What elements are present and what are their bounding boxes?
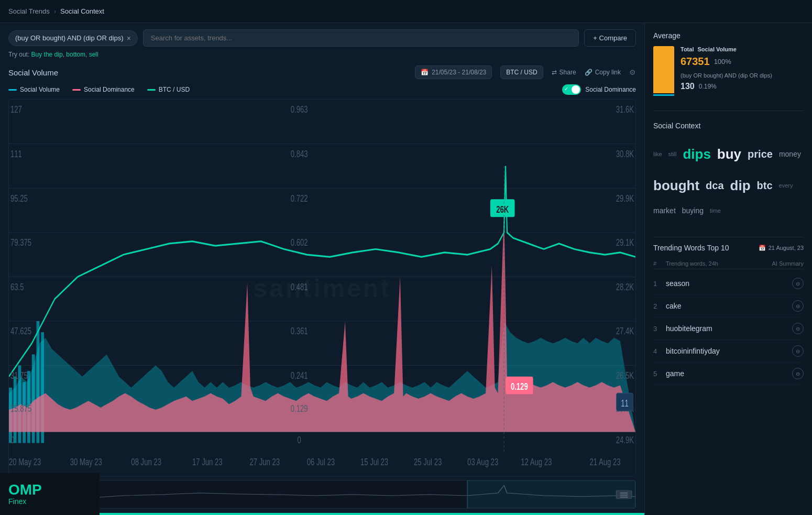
total-label: Total Social Volume (681, 46, 804, 52)
trending-header: Trending Words Top 10 📅 21 August, 23 (653, 244, 804, 252)
word-dca: dca (706, 175, 723, 196)
main-layout: (buy OR bought) AND (dip OR dips) × + Co… (0, 23, 812, 515)
svg-text:15.875: 15.875 (10, 403, 31, 414)
brand-finex: Finex (8, 497, 42, 506)
row-word: cake (666, 302, 762, 310)
svg-text:25 Jul 23: 25 Jul 23 (414, 456, 442, 467)
svg-text:06 Jul 23: 06 Jul 23 (307, 456, 335, 467)
total-value: 67351 (681, 56, 710, 68)
svg-text:11: 11 (621, 397, 629, 408)
mini-overview-chart (8, 480, 636, 509)
col-ai: AI Summary (762, 260, 804, 267)
settings-icon[interactable]: ⚙ (629, 68, 636, 76)
svg-rect-60 (467, 480, 635, 508)
ai-summary-icon[interactable]: ⊖ (762, 278, 804, 289)
row-num: 5 (653, 370, 666, 378)
summary-circle-icon[interactable]: ⊖ (792, 368, 804, 379)
ai-summary-icon[interactable]: ⊖ (762, 345, 804, 357)
brand-footer: OMP Finex (0, 473, 100, 515)
trending-row[interactable]: 2 cake ⊖ (653, 295, 804, 317)
svg-text:0.843: 0.843 (291, 148, 308, 159)
chart-header: Social Volume 📅 21/05/23 - 21/08/23 BTC … (8, 65, 636, 79)
legend-color-social-dominance (72, 89, 81, 91)
content-area: (buy OR bought) AND (dip OR dips) × + Co… (0, 23, 644, 515)
word-money: money (779, 147, 801, 161)
social-dominance-toggle[interactable]: ✓ (562, 84, 581, 95)
try-out-link-2[interactable]: bottom (66, 51, 85, 58)
svg-text:0.129: 0.129 (291, 403, 308, 414)
row-num: 4 (653, 347, 666, 355)
total-stat-row: 67351 100% (681, 56, 804, 68)
row-word: game (666, 369, 762, 378)
svg-text:127: 127 (10, 104, 22, 115)
average-stats: Total Social Volume 67351 100% (buy OR b… (681, 46, 804, 91)
right-sidebar: Average Total Social Volume 67351 100% (… (644, 23, 812, 515)
toggle-check-icon: ✓ (564, 86, 568, 92)
ai-summary-icon[interactable]: ⊖ (762, 300, 804, 312)
svg-text:15 Jul 23: 15 Jul 23 (360, 456, 388, 467)
svg-text:95.25: 95.25 (10, 192, 28, 203)
legend-color-btc-usd (147, 89, 156, 91)
search-input[interactable] (143, 29, 579, 47)
total-pct: 100% (714, 58, 731, 65)
trending-row[interactable]: 1 season ⊖ (653, 272, 804, 295)
svg-text:0.602: 0.602 (291, 237, 308, 248)
search-bar: (buy OR bought) AND (dip OR dips) × + Co… (8, 29, 636, 47)
try-out-link-1[interactable]: Buy the dip (31, 51, 63, 58)
breadcrumb-parent[interactable]: Social Trends (8, 7, 50, 15)
svg-text:63.5: 63.5 (10, 281, 24, 292)
summary-circle-icon[interactable]: ⊖ (792, 323, 804, 334)
divider-1 (653, 111, 804, 111)
svg-text:29.9K: 29.9K (616, 192, 634, 203)
word-like: like (653, 148, 662, 160)
ai-summary-icon[interactable]: ⊖ (762, 323, 804, 334)
calendar-icon-trending: 📅 (759, 245, 766, 251)
trending-row[interactable]: 4 bitcoininfintiyday ⊖ (653, 340, 804, 363)
svg-text:17 Jun 23: 17 Jun 23 (192, 456, 223, 467)
brand-omp: OMP (8, 483, 42, 497)
svg-text:08 Jun 23: 08 Jun 23 (131, 456, 161, 467)
summary-circle-icon[interactable]: ⊖ (792, 345, 804, 357)
svg-text:28.2K: 28.2K (616, 281, 634, 292)
breadcrumb-separator: › (54, 7, 56, 15)
summary-circle-icon[interactable]: ⊖ (792, 300, 804, 312)
calendar-icon: 📅 (421, 69, 429, 76)
svg-text:30.8K: 30.8K (616, 148, 634, 159)
word-every: every (779, 180, 793, 191)
svg-text:0: 0 (10, 434, 14, 445)
summary-circle-icon[interactable]: ⊖ (792, 278, 804, 289)
toggle-knob (572, 85, 580, 94)
svg-text:26.5K: 26.5K (616, 369, 634, 380)
dominance-toggle: ✓ Social Dominance (562, 84, 636, 95)
close-icon[interactable]: × (127, 34, 131, 42)
try-out-bar: Try out: Buy the dip, bottom, sell (8, 51, 636, 58)
svg-text:12 Aug 23: 12 Aug 23 (521, 456, 552, 467)
trending-date: 📅 21 August, 23 (759, 245, 804, 251)
svg-text:31.6K: 31.6K (616, 104, 634, 115)
pair-selector[interactable]: BTC / USD (500, 65, 543, 79)
row-word: season (666, 279, 762, 288)
legend-social-dominance: Social Dominance (72, 86, 135, 93)
copy-link-button[interactable]: 🔗 Copy link (585, 69, 621, 76)
chart-title: Social Volume (8, 68, 58, 77)
legend-btc-usd: BTC / USD (147, 86, 190, 93)
row-word: huobitelegram (666, 324, 762, 333)
ai-summary-icon[interactable]: ⊖ (762, 368, 804, 379)
share-button[interactable]: ⇄ Share (552, 69, 576, 76)
divider-2 (653, 237, 804, 237)
trending-row[interactable]: 5 game ⊖ (653, 363, 804, 385)
date-range-picker[interactable]: 📅 21/05/23 - 21/08/23 (415, 65, 492, 79)
trending-row[interactable]: 3 huobitelegram ⊖ (653, 317, 804, 340)
col-hash: # (653, 260, 666, 267)
svg-text:0.241: 0.241 (291, 369, 308, 380)
trending-rows: 1 season ⊖ 2 cake ⊖ 3 huobitelegram ⊖ 4 … (653, 272, 804, 385)
brand-teal-bar (100, 513, 644, 515)
row-num: 3 (653, 325, 666, 333)
svg-text:47.625: 47.625 (10, 325, 31, 336)
svg-text:27.4K: 27.4K (616, 325, 634, 336)
row-num: 1 (653, 280, 666, 288)
compare-button[interactable]: + Compare (584, 29, 636, 47)
query-value: 130 (681, 82, 695, 91)
try-out-link-3[interactable]: sell (89, 51, 98, 58)
orange-volume-bar (653, 46, 674, 93)
